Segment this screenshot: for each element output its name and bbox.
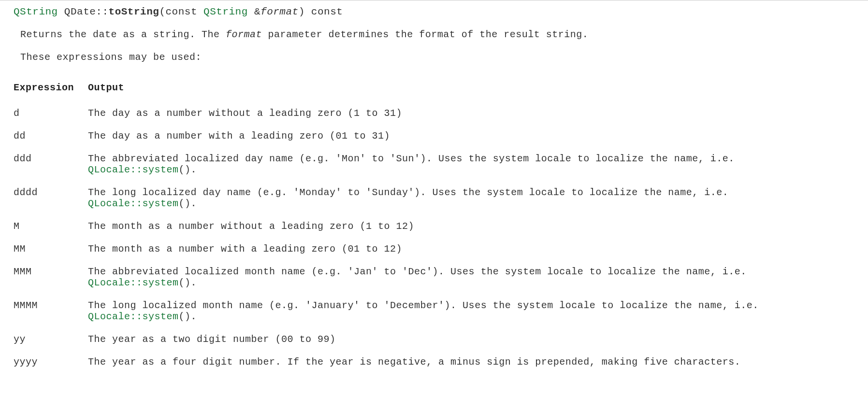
output-cell: The abbreviated localized day name (e.g.… bbox=[88, 147, 854, 181]
expression-cell: MM bbox=[14, 238, 88, 260]
method-name: toString bbox=[109, 6, 159, 17]
output-cell: The year as a two digit number (00 to 99… bbox=[88, 328, 854, 351]
output-cell: The long localized day name (e.g. 'Monda… bbox=[88, 181, 854, 215]
output-cell: The month as a number without a leading … bbox=[88, 215, 854, 238]
table-row: dThe day as a number without a leading z… bbox=[14, 102, 854, 125]
output-cell: The month as a number with a leading zer… bbox=[88, 238, 854, 260]
output-text: The year as a four digit number. If the … bbox=[88, 356, 740, 368]
table-intro: These expressions may be used: bbox=[14, 52, 854, 63]
class-name: QDate:: bbox=[64, 6, 109, 17]
expression-cell: M bbox=[14, 215, 88, 238]
table-header-output: Output bbox=[88, 78, 854, 102]
output-text: The day as a number without a leading ze… bbox=[88, 108, 402, 119]
output-text-post: (). bbox=[179, 311, 197, 322]
expression-cell: MMMM bbox=[14, 294, 88, 328]
expression-cell: ddd bbox=[14, 147, 88, 181]
desc-prefix: Returns the date as a string. The bbox=[20, 29, 226, 40]
method-description: Returns the date as a string. The format… bbox=[14, 29, 854, 40]
qlocale-system-link[interactable]: QLocale::system bbox=[88, 164, 179, 175]
qlocale-system-link[interactable]: QLocale::system bbox=[88, 277, 179, 288]
table-header-expression: Expression bbox=[14, 78, 88, 102]
output-cell: The year as a four digit number. If the … bbox=[88, 351, 854, 373]
expression-cell: dd bbox=[14, 125, 88, 147]
sig-amp: & bbox=[248, 6, 260, 17]
output-cell: The abbreviated localized month name (e.… bbox=[88, 260, 854, 294]
desc-suffix: parameter determines the format of the r… bbox=[262, 29, 588, 40]
table-row: MMMMThe long localized month name (e.g. … bbox=[14, 294, 854, 328]
table-row: ddThe day as a number with a leading zer… bbox=[14, 125, 854, 147]
output-text: The day as a number with a leading zero … bbox=[88, 130, 390, 142]
format-expressions-table: Expression Output dThe day as a number w… bbox=[14, 78, 854, 373]
output-text: The year as a two digit number (00 to 99… bbox=[88, 334, 336, 345]
expression-cell: yy bbox=[14, 328, 88, 351]
table-row: MThe month as a number without a leading… bbox=[14, 215, 854, 238]
output-text: The abbreviated localized month name (e.… bbox=[88, 266, 747, 277]
documentation-block: QString QDate::toString(const QString &f… bbox=[0, 0, 868, 387]
table-row: yyyyThe year as a four digit number. If … bbox=[14, 351, 854, 373]
expression-cell: yyyy bbox=[14, 351, 88, 373]
param-type-link[interactable]: QString bbox=[203, 6, 248, 17]
table-row: dddThe abbreviated localized day name (e… bbox=[14, 147, 854, 181]
table-row: MMMThe abbreviated localized month name … bbox=[14, 260, 854, 294]
qlocale-system-link[interactable]: QLocale::system bbox=[88, 311, 179, 322]
output-text: The abbreviated localized day name (e.g.… bbox=[88, 153, 735, 164]
qlocale-system-link[interactable]: QLocale::system bbox=[88, 198, 179, 209]
output-cell: The long localized month name (e.g. 'Jan… bbox=[88, 294, 854, 328]
desc-italic: format bbox=[226, 29, 262, 40]
expression-cell: d bbox=[14, 102, 88, 125]
sig-open: (const bbox=[159, 6, 203, 17]
table-row: yyThe year as a two digit number (00 to … bbox=[14, 328, 854, 351]
output-text-post: (). bbox=[179, 198, 197, 209]
table-row: MMThe month as a number with a leading z… bbox=[14, 238, 854, 260]
sig-close: ) const bbox=[299, 6, 343, 17]
output-cell: The day as a number with a leading zero … bbox=[88, 125, 854, 147]
table-row: ddddThe long localized day name (e.g. 'M… bbox=[14, 181, 854, 215]
output-cell: The day as a number without a leading ze… bbox=[88, 102, 854, 125]
return-type-link[interactable]: QString bbox=[14, 6, 58, 17]
output-text: The long localized day name (e.g. 'Monda… bbox=[88, 187, 728, 198]
output-text: The long localized month name (e.g. 'Jan… bbox=[88, 300, 759, 311]
param-name: format bbox=[260, 6, 299, 17]
expression-cell: MMM bbox=[14, 260, 88, 294]
output-text-post: (). bbox=[179, 277, 197, 288]
output-text: The month as a number without a leading … bbox=[88, 221, 414, 232]
output-text: The month as a number with a leading zer… bbox=[88, 243, 402, 255]
output-text-post: (). bbox=[179, 164, 197, 175]
method-signature: QString QDate::toString(const QString &f… bbox=[14, 6, 854, 17]
expression-cell: dddd bbox=[14, 181, 88, 215]
